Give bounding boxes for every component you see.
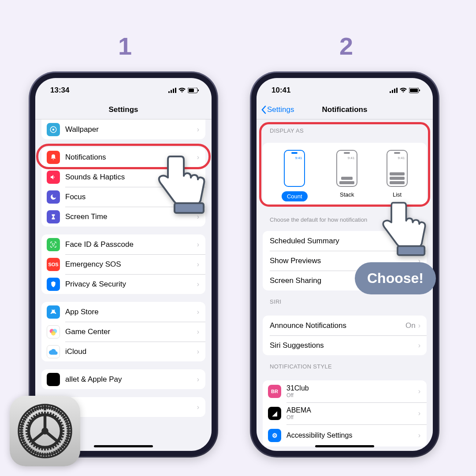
status-time: 13:34	[50, 86, 69, 95]
row-faceid[interactable]: Face ID & Passcode ›	[41, 234, 205, 254]
speaker-icon	[47, 171, 60, 184]
svg-rect-21	[175, 203, 204, 213]
svg-rect-109	[44, 447, 46, 450]
status-indicators	[168, 88, 199, 93]
chevron-left-icon	[261, 105, 266, 114]
row-label: Accessibility Settings	[286, 431, 418, 439]
nav-title: Settings	[108, 105, 138, 114]
row-label: Wallpaper	[65, 125, 197, 134]
svg-rect-19	[410, 89, 418, 92]
wifi-icon	[178, 88, 186, 93]
gamecenter-icon	[47, 325, 60, 338]
wallpaper-icon	[47, 123, 60, 136]
row-label: App Store	[65, 308, 197, 316]
cellular-icon	[168, 88, 176, 93]
preview-time: 9:41	[398, 156, 405, 160]
row-app-31club[interactable]: BR 31ClubOff ›	[263, 380, 427, 402]
back-button[interactable]: Settings	[261, 105, 294, 114]
row-label: Siri Suggestions	[270, 341, 418, 350]
cellular-icon	[390, 88, 398, 93]
chevron-icon: ›	[197, 308, 199, 316]
svg-rect-1	[171, 90, 172, 93]
wallet-icon	[47, 373, 60, 386]
row-wallet[interactable]: allet & Apple Pay ›	[41, 369, 205, 389]
nav-bar: Settings Notifications	[257, 100, 433, 119]
row-detail: On	[405, 321, 416, 330]
svg-rect-20	[419, 89, 420, 91]
row-app-accessibility[interactable]: ⚙ Accessibility Settings ›	[263, 424, 427, 446]
row-icloud[interactable]: iCloud ›	[41, 342, 205, 361]
cloud-icon	[47, 345, 60, 358]
moon-icon	[47, 190, 60, 204]
wifi-icon	[400, 88, 407, 93]
gear-icon	[16, 402, 74, 460]
chevron-icon: ›	[418, 342, 420, 350]
chevron-icon: ›	[418, 322, 420, 330]
row-label: Announce Notifications	[270, 321, 405, 330]
sos-icon: SOS	[47, 258, 60, 271]
row-sub: Off	[286, 414, 418, 420]
chevron-icon: ›	[418, 409, 420, 417]
preview-time: 9:41	[348, 156, 355, 160]
row-label: Game Center	[65, 327, 197, 336]
svg-point-10	[54, 244, 54, 244]
row-siri-suggestions[interactable]: Siri Suggestions›	[263, 335, 427, 355]
chevron-icon: ›	[197, 403, 199, 411]
row-label: 31Club	[286, 384, 418, 392]
row-label: Emergency SOS	[65, 260, 197, 269]
appstore-icon	[47, 305, 60, 319]
option-label: Stack	[340, 191, 354, 198]
nav-bar: Settings	[35, 100, 212, 119]
step-number-2: 2	[339, 32, 353, 60]
svg-rect-59	[44, 453, 45, 457]
svg-rect-29	[44, 405, 45, 409]
back-label: Settings	[267, 105, 294, 114]
display-option-stack[interactable]: 9:41 Stack	[336, 150, 357, 201]
display-option-count[interactable]: 9:41 Count	[282, 150, 308, 201]
svg-rect-6	[198, 89, 199, 91]
home-indicator[interactable]	[94, 445, 153, 447]
svg-rect-16	[394, 89, 395, 93]
step-number-1: 1	[118, 32, 132, 60]
row-label: Privacy & Security	[65, 280, 197, 289]
choose-bubble: Choose!	[355, 262, 436, 294]
pointer-hand-2	[375, 198, 432, 266]
row-gamecenter[interactable]: Game Center ›	[41, 322, 205, 342]
status-bar: 13:34	[35, 78, 212, 100]
row-wallpaper[interactable]: Wallpaper ›	[41, 119, 205, 139]
status-indicators	[390, 88, 420, 93]
row-privacy[interactable]: Privacy & Security ›	[41, 274, 205, 294]
section-header-display-as: DISPLAY AS	[257, 119, 433, 137]
status-time: 10:41	[271, 86, 290, 95]
svg-rect-15	[392, 90, 393, 93]
battery-icon	[188, 88, 199, 93]
row-announce[interactable]: Announce NotificationsOn›	[263, 316, 427, 335]
row-label: iCloud	[65, 347, 197, 356]
svg-rect-3	[175, 88, 176, 93]
bell-icon	[47, 151, 60, 164]
home-indicator[interactable]	[315, 445, 374, 447]
app-icon: ⚙	[268, 429, 281, 442]
display-option-list[interactable]: 9:41 List	[387, 150, 408, 201]
svg-rect-5	[189, 89, 194, 92]
faceid-icon	[47, 238, 60, 251]
app-icon: ◢	[268, 407, 281, 420]
nav-title: Notifications	[322, 105, 368, 114]
row-label: ABEMA	[286, 406, 418, 414]
row-appstore[interactable]: App Store ›	[41, 302, 205, 322]
row-sos[interactable]: SOS Emergency SOS ›	[41, 254, 205, 274]
svg-rect-99	[61, 430, 64, 432]
chevron-icon: ›	[197, 126, 199, 134]
chevron-icon: ›	[197, 280, 199, 288]
row-sub: Off	[286, 392, 418, 398]
svg-point-9	[52, 244, 52, 244]
option-label: List	[393, 191, 402, 198]
row-label: Face ID & Passcode	[65, 240, 197, 249]
chevron-icon: ›	[418, 387, 420, 395]
chevron-icon: ›	[197, 376, 199, 383]
display-as-picker: 9:41 Count 9:41 Stack 9:41 List	[263, 143, 427, 207]
row-app-abema[interactable]: ◢ ABEMAOff ›	[263, 402, 427, 424]
svg-rect-89	[44, 412, 46, 415]
svg-rect-74	[19, 430, 23, 431]
chevron-icon: ›	[197, 328, 199, 336]
